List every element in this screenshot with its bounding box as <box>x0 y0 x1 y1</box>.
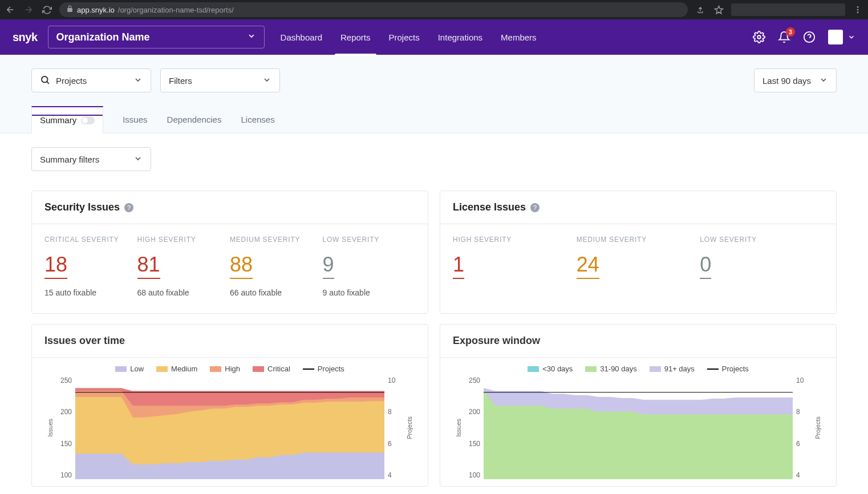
license-issues-card: License Issues ? HIGH SEVERITY 1 MEDIUM … <box>440 191 837 314</box>
tab-summary[interactable]: Summary <box>31 106 103 133</box>
y2-axis-label: Projects <box>404 416 415 439</box>
svg-point-2 <box>857 11 859 13</box>
url-host: app.snyk.io <box>77 6 115 14</box>
tab-issues[interactable]: Issues <box>123 106 147 133</box>
avatar <box>828 30 843 44</box>
back-button[interactable] <box>5 4 16 15</box>
summary-filters-dropdown[interactable]: Summary filters <box>31 147 151 171</box>
filters-dropdown[interactable]: Filters <box>160 68 280 92</box>
nav-dashboard[interactable]: Dashboard <box>281 19 322 55</box>
help-icon[interactable]: ? <box>124 203 133 212</box>
y-axis-label: Issues <box>44 419 56 437</box>
nav-members[interactable]: Members <box>501 19 537 55</box>
chart-plot <box>484 376 793 479</box>
y2-axis-label: Projects <box>812 416 824 439</box>
critical-severity[interactable]: CRITICAL SEVERITY 18 15 auto fixable <box>44 236 137 297</box>
summary-toggle[interactable] <box>81 116 95 124</box>
forward-button[interactable] <box>23 4 34 15</box>
chart-title: Exposure window <box>440 325 836 357</box>
chevron-down-icon <box>262 75 271 86</box>
projects-label: Projects <box>56 76 87 86</box>
tab-licenses[interactable]: Licenses <box>241 106 274 133</box>
security-issues-card: Security Issues ? CRITICAL SEVERITY 18 1… <box>31 191 428 314</box>
chevron-down-icon <box>133 75 143 86</box>
high-severity[interactable]: HIGH SEVERITY 1 <box>453 236 577 288</box>
high-severity[interactable]: HIGH SEVERITY 81 68 auto fixable <box>137 236 230 297</box>
svg-point-1 <box>857 9 859 11</box>
y-axis-right: 10 8 6 4 <box>384 376 404 479</box>
issues-over-time-card: Issues over time Low Medium High Critica… <box>31 324 428 487</box>
chart-plot <box>75 376 384 479</box>
card-title: License Issues <box>453 201 526 213</box>
app-header: snyk Organization Name Dashboard Reports… <box>0 19 868 55</box>
tab-dependencies[interactable]: Dependencies <box>167 106 222 133</box>
chart-legend: Low Medium High Critical Projects <box>44 365 415 373</box>
medium-severity[interactable]: MEDIUM SEVERITY 88 66 auto fixable <box>230 236 323 297</box>
card-title: Security Issues <box>44 201 120 213</box>
nav-reports[interactable]: Reports <box>340 19 371 55</box>
chevron-down-icon <box>133 154 143 165</box>
nav-integrations[interactable]: Integrations <box>438 19 482 55</box>
filter-row: Projects Filters Last 90 days <box>0 55 868 106</box>
notifications-icon[interactable]: 3 <box>778 31 790 43</box>
org-selector[interactable]: Organization Name <box>48 26 265 48</box>
date-range-label: Last 90 days <box>762 76 811 86</box>
svg-point-0 <box>857 6 859 8</box>
y-axis-left: 250 200 150 100 <box>464 376 484 479</box>
low-severity[interactable]: LOW SEVERITY 9 9 auto fixable <box>323 236 416 297</box>
browser-chrome: app.snyk.io/org/organization-name-tsd/re… <box>0 0 868 19</box>
svg-point-3 <box>757 35 761 39</box>
org-name: Organization Name <box>56 31 150 43</box>
projects-dropdown[interactable]: Projects <box>31 68 151 92</box>
search-icon <box>40 75 50 87</box>
brand-logo[interactable]: snyk <box>13 31 38 44</box>
chart-title: Issues over time <box>32 325 428 357</box>
chart-legend: <30 days 31-90 days 91+ days Projects <box>453 365 824 373</box>
lock-icon <box>66 5 74 14</box>
y-axis-left: 250 200 150 100 <box>56 376 75 479</box>
extension-slot <box>731 3 845 16</box>
star-icon[interactable] <box>713 4 724 15</box>
low-severity[interactable]: LOW SEVERITY 0 <box>700 236 824 288</box>
share-icon[interactable] <box>695 4 706 15</box>
user-menu[interactable] <box>828 30 855 44</box>
date-range-dropdown[interactable]: Last 90 days <box>754 68 837 92</box>
menu-icon[interactable] <box>852 4 863 15</box>
main-nav: Dashboard Reports Projects Integrations … <box>281 19 537 55</box>
chevron-down-icon <box>247 31 256 43</box>
svg-point-5 <box>42 76 48 83</box>
report-tabs: Summary Issues Dependencies Licenses <box>0 106 868 133</box>
help-icon[interactable]: ? <box>530 203 540 212</box>
reload-button[interactable] <box>41 4 52 15</box>
address-bar[interactable]: app.snyk.io/org/organization-name-tsd/re… <box>59 2 688 17</box>
help-icon[interactable] <box>803 31 816 43</box>
filters-label: Filters <box>169 76 192 86</box>
notif-badge: 3 <box>786 27 795 37</box>
y-axis-label: Issues <box>453 419 464 437</box>
nav-projects[interactable]: Projects <box>389 19 420 55</box>
medium-severity[interactable]: MEDIUM SEVERITY 24 <box>577 236 700 288</box>
settings-icon[interactable] <box>753 31 765 43</box>
chevron-down-icon <box>819 75 828 86</box>
exposure-window-card: Exposure window <30 days 31-90 days 91+ … <box>440 324 837 487</box>
url-path: /org/organization-name-tsd/reports/ <box>118 6 234 14</box>
y-axis-right: 10 8 6 4 <box>793 376 812 479</box>
